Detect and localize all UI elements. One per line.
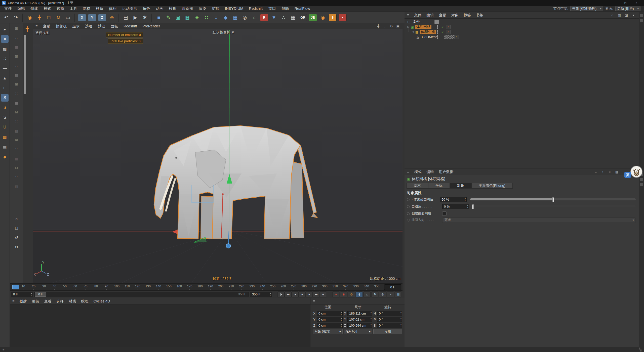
volume-tag-icon[interactable]: ∴: [446, 25, 451, 29]
voxel-threshold-slider[interactable]: [470, 198, 636, 200]
spinner-arrows-icon[interactable]: ▴▾: [270, 292, 271, 296]
rotate-view-icon[interactable]: ↻: [389, 24, 394, 28]
next-frame-button[interactable]: ▸: [306, 291, 313, 297]
spinner-arrows-icon[interactable]: ▴▾: [467, 204, 468, 208]
joint-button[interactable]: ◆: [221, 13, 230, 22]
object-menu-item[interactable]: 查看: [436, 13, 449, 18]
palette-icon[interactable]: ∷: [13, 118, 20, 124]
redo-button[interactable]: ↷: [12, 13, 20, 22]
apply-button[interactable]: 应用: [373, 329, 402, 334]
menu-item[interactable]: Redshift: [246, 6, 265, 11]
hamburger-icon[interactable]: ≡: [310, 299, 317, 303]
node-space-dropdown[interactable]: 当前 (标准/物理)▾: [570, 6, 603, 11]
timeline-tick[interactable]: 130: [143, 285, 153, 290]
viewport-filter-circle-button[interactable]: ○: [13, 216, 20, 222]
orbit-left-button[interactable]: ↺: [13, 235, 20, 241]
undo-button[interactable]: ↶: [2, 13, 11, 22]
texture-tag-icon[interactable]: [449, 35, 454, 39]
spinner-arrows-icon[interactable]: ▴▾: [400, 323, 401, 327]
timeline-tick[interactable]: 200: [216, 285, 226, 290]
enabled-check-icon[interactable]: ✓: [441, 30, 444, 34]
object-menu-item[interactable]: 编辑: [424, 13, 436, 18]
render-view-button[interactable]: ▤: [122, 13, 130, 22]
hamburger-icon[interactable]: ≡: [405, 13, 412, 17]
toolbar-icon[interactable]: [118, 14, 119, 22]
size-field[interactable]: Y 107.02 cm▴▾: [344, 317, 372, 322]
attribute-tab[interactable]: 平滑着色(Phong): [471, 183, 513, 189]
palette-icon[interactable]: ⊞: [13, 25, 20, 31]
viewport-menu-item[interactable]: 查看: [40, 24, 53, 29]
workplane-lock-button[interactable]: ▦: [1, 143, 9, 151]
field-button[interactable]: ◈: [193, 13, 201, 22]
close-button[interactable]: ×: [631, 0, 642, 6]
hamburger-icon[interactable]: ≡: [3, 348, 5, 351]
enabled-check-icon[interactable]: ✓: [441, 25, 444, 29]
visibility-dots[interactable]: [437, 35, 438, 39]
spinner-arrows-icon[interactable]: ▴▾: [400, 317, 401, 321]
visibility-dots[interactable]: [437, 30, 438, 34]
hamburger-icon[interactable]: ≡: [33, 24, 40, 28]
menu-item[interactable]: INSYDIUM: [222, 6, 246, 11]
attribute-tab[interactable]: 对象: [450, 183, 471, 189]
interface-dropdown[interactable]: 启动 (用户)▾: [615, 6, 640, 11]
timeline-tick[interactable]: 280: [299, 285, 309, 290]
keyframe-dot-icon[interactable]: [407, 205, 410, 208]
material-menu-item[interactable]: 创建: [17, 299, 29, 304]
viewport-menu-item[interactable]: 过滤: [95, 24, 108, 29]
voxel-threshold-field[interactable]: 50 % ▴▾: [440, 197, 467, 202]
create-surface-checkbox[interactable]: [442, 211, 447, 216]
material-menu-item[interactable]: Cycles 4D: [91, 299, 112, 303]
attribute-menu-item[interactable]: 用户数据: [436, 169, 456, 174]
collapse-icon[interactable]: ⊟: [411, 30, 415, 34]
viewport-menu-item[interactable]: ProRender: [140, 24, 163, 28]
timeline-ruler[interactable]: 1020304050607080901001101201301401501601…: [10, 283, 403, 291]
timeline-current-frame[interactable]: 0 F: [384, 284, 401, 290]
timeline-tick[interactable]: 120: [133, 285, 143, 290]
rotation-field[interactable]: H 0 °▴▾: [373, 311, 402, 316]
object-menu-item[interactable]: 文件: [412, 13, 424, 18]
menu-item[interactable]: 网格: [80, 6, 93, 11]
zoom-view-icon[interactable]: ↕: [382, 24, 387, 28]
particles-button[interactable]: ∴: [279, 13, 288, 22]
autokey-button[interactable]: ◉: [340, 291, 347, 297]
search-icon[interactable]: ○: [608, 169, 612, 174]
size-field[interactable]: X 186.111 cm▴▾: [344, 311, 372, 316]
pin-button[interactable]: ◆: [1, 153, 9, 160]
elephant-model[interactable]: [154, 126, 317, 239]
timeline-tick[interactable]: 70: [80, 285, 91, 290]
snap-3d-button[interactable]: S: [1, 104, 9, 111]
minimize-button[interactable]: —: [609, 0, 620, 6]
redshift-button[interactable]: R: [260, 14, 268, 21]
spinner-arrows-icon[interactable]: ▴▾: [371, 311, 372, 315]
attribute-menu-item[interactable]: 编辑: [424, 169, 436, 174]
resize-grip-icon[interactable]: ▚: [639, 348, 641, 351]
material-menu-item[interactable]: 编辑: [29, 299, 42, 304]
hamburger-icon[interactable]: ≡: [10, 299, 17, 303]
current-frame-spinner[interactable]: 0 F ▴▾: [11, 292, 33, 297]
timeline-tick[interactable]: 210: [226, 285, 236, 290]
viewport-canvas[interactable]: Y X Z 透视视图 默认摄像机 ▣ Number of emitters: 0…: [33, 29, 403, 283]
ime-deer-icon[interactable]: [630, 166, 642, 178]
options-icon[interactable]: ▾: [631, 13, 636, 17]
lock-z-axis-button[interactable]: Z: [98, 14, 106, 21]
camera-label[interactable]: 默认摄像机 ▣: [213, 30, 234, 35]
frame-range-slider[interactable]: 0 F 350 F: [34, 292, 249, 297]
timeline-tick[interactable]: 290: [309, 285, 319, 290]
toolbar-icon[interactable]: [151, 14, 152, 22]
timeline-tick[interactable]: 270: [289, 285, 299, 290]
menu-item[interactable]: 运动图形: [119, 6, 140, 11]
back-icon[interactable]: ←: [593, 169, 598, 174]
menu-item[interactable]: 文件: [2, 6, 15, 11]
orbit-right-button[interactable]: ↻: [13, 244, 20, 250]
spinner-arrows-icon[interactable]: ▴▾: [341, 311, 342, 315]
goto-end-button[interactable]: ▸|: [320, 291, 327, 297]
keyframe-dot-icon[interactable]: [407, 212, 410, 215]
render-picture-viewer-button[interactable]: ▶: [131, 13, 140, 22]
motion-tracker-button[interactable]: ◎: [240, 13, 249, 22]
attribute-tab[interactable]: 基本: [407, 183, 428, 189]
edge-mode-button[interactable]: —: [1, 65, 9, 72]
jb-plugin-button[interactable]: JB: [309, 14, 317, 21]
adaptive-slider[interactable]: [473, 205, 636, 207]
coord-mode-dropdown[interactable]: 对象 (相对)▾: [313, 329, 343, 334]
render-settings-button[interactable]: ✱: [141, 13, 149, 22]
